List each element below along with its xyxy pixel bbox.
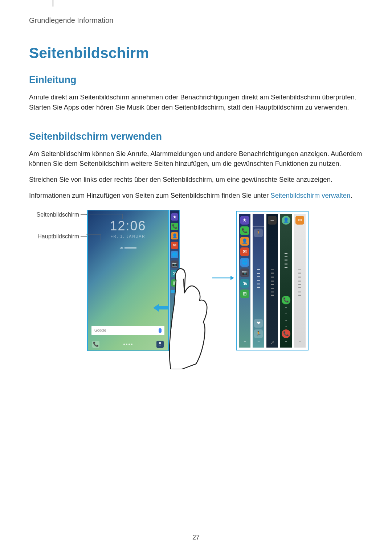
phone-app-icon: 📞 — [240, 226, 249, 235]
chevron-up-icon: ⌃ — [257, 340, 261, 345]
edge-panels-collection: ★ 📞 👤 ✉ 🌐 📷 🛍 ⊞ ⌃ 🚶 ▬ ▬▬ ▬▬▬ ❤ 🏃 ⌃ ▬ — [236, 211, 309, 350]
section-heading-einleitung: Einleitung — [29, 74, 363, 86]
edge-panel-call: 👤 ▬▬▬ ▬▬ 📞 ⌃ ⌃ ⌄ ⌄ 📞 ⌃ — [280, 214, 292, 348]
page-title: Seitenbildschirm — [29, 45, 363, 62]
store-icon: 🛍 — [240, 279, 249, 288]
page-header: Grundlegende Information — [29, 16, 363, 25]
section-body-einleitung: Anrufe direkt am Seitenbildschirm annehm… — [29, 92, 363, 112]
edge-panel-message: ✉ ▬▬ ▬ ▬▬▬ ▬▬ ⌃ — [294, 214, 306, 348]
chevron-up-icon: ⌃ — [243, 340, 247, 345]
walk-icon: 🚶 — [254, 229, 263, 237]
star-icon: ★ — [240, 216, 249, 225]
message-icon: ✉ — [295, 216, 304, 225]
apps-icon: ⠿ — [156, 341, 164, 348]
avatar-icon: 👤 — [282, 216, 290, 225]
transition-arrow-icon — [211, 275, 236, 281]
heart-icon: ❤ — [254, 319, 263, 328]
callout-lines — [86, 212, 123, 241]
edge-panel-notifications: ▬ ▬▬ ▬ ▬▬ ▬▬▬ ⤢ — [266, 214, 278, 348]
panel-header: ▬ — [268, 216, 277, 225]
reject-call-icon: 📞 — [282, 329, 290, 338]
svg-marker-5 — [230, 276, 234, 280]
weather-widget: ☁ ▬▬▬ — [88, 245, 168, 250]
section-heading-verwenden: Seitenbildschirm verwenden — [29, 131, 363, 142]
edge-panel-activity: 🚶 ▬ ▬▬ ▬▬▬ ❤ 🏃 ⌃ — [253, 214, 264, 348]
chevron-up-icon: ⌃ — [298, 340, 302, 345]
camera-icon: 📷 — [240, 268, 249, 277]
page-indicator — [123, 344, 132, 345]
internet-icon: 🌐 — [240, 258, 249, 267]
callout-labels: Seitenbildschirm Hauptbildschirm — [29, 212, 87, 240]
edge-panel-apps: ★ 📞 👤 ✉ 🌐 📷 🛍 ⊞ ⌃ — [239, 214, 250, 348]
phone-icon: 📞 — [92, 341, 99, 348]
mic-icon — [159, 328, 162, 333]
activity-icon: 🏃 — [254, 329, 263, 338]
page-number: 27 — [0, 534, 392, 541]
label-hauptbildschirm: Hauptbildschirm — [37, 233, 79, 240]
hand-icon — [163, 260, 211, 369]
link-seitenbildschirm-verwalten[interactable]: Seitenbildschirm verwalten — [270, 192, 350, 199]
contacts-icon: 👤 — [240, 237, 249, 246]
search-bar: Google — [91, 326, 164, 335]
group-icon: ⊞ — [240, 290, 249, 298]
label-seitenbildschirm: Seitenbildschirm — [37, 212, 79, 218]
section-body-1: Am Seitenbildschirm können Sie Anrufe, A… — [29, 149, 363, 169]
expand-icon: ⤢ — [270, 340, 274, 345]
document-page: Grundlegende Information Seitenbildschir… — [0, 0, 392, 554]
chevron-up-icon: ⌃ — [284, 340, 288, 345]
hand-gesture — [163, 210, 207, 369]
messages-icon: ✉ — [240, 247, 249, 256]
phone-dock: 📞 ⠿ — [88, 338, 168, 350]
illustration: Seitenbildschirm Hauptbildschirm 12:06 F… — [29, 210, 363, 369]
section-body-3: Informationen zum Hinzufügen von Seiten … — [29, 190, 363, 201]
section-body-2: Streichen Sie von links oder rechts über… — [29, 175, 363, 185]
accept-call-icon: 📞 — [282, 296, 290, 304]
